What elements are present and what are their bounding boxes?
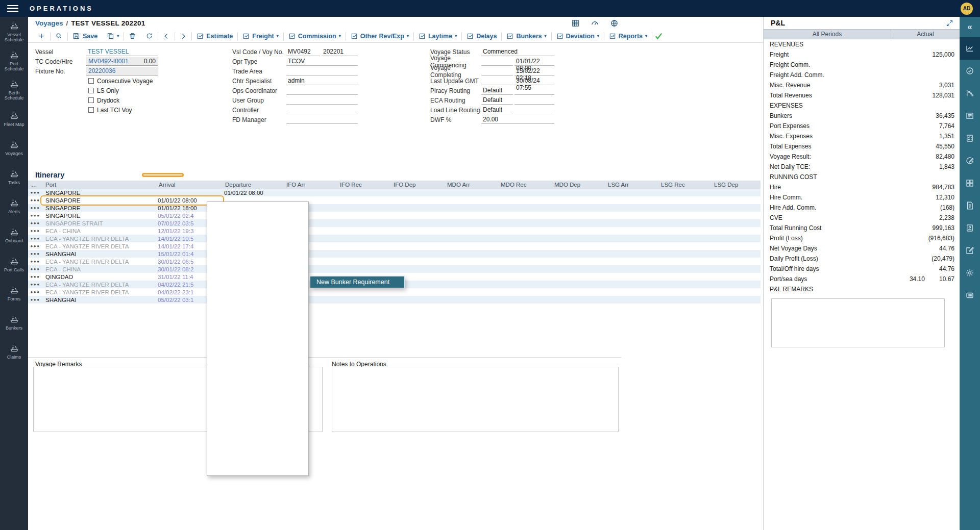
context-menu-item[interactable]: [207, 249, 308, 260]
context-menu-item[interactable]: [207, 361, 308, 372]
tc-hire-field[interactable]: 0.00: [136, 57, 158, 66]
refresh-button[interactable]: [141, 32, 158, 40]
itinerary-row[interactable]: ●●● SHANGHAI 05/02/22 03:1: [28, 296, 761, 304]
checklist-icon[interactable]: [960, 127, 980, 149]
field-value[interactable]: Default: [481, 96, 513, 105]
itinerary-heading[interactable]: Itinerary: [35, 171, 64, 179]
hamburger-menu-icon[interactable]: [7, 5, 18, 12]
grid-view-icon[interactable]: [571, 19, 580, 28]
col-mdo-arr[interactable]: MDO Arr: [444, 182, 498, 188]
prev-button[interactable]: [158, 33, 175, 40]
toolbar-menu-button[interactable]: Delays ▾: [462, 33, 501, 40]
field-value[interactable]: [481, 77, 513, 85]
document-icon[interactable]: [960, 194, 980, 217]
checkbox[interactable]: [88, 107, 94, 113]
field-value[interactable]: [286, 106, 358, 114]
field-value[interactable]: [514, 96, 554, 105]
itinerary-row[interactable]: ●●● ECA - YANGTZE RIVER DELTA 30/01/22 0…: [28, 258, 761, 265]
context-menu-item[interactable]: [207, 417, 308, 428]
col-lsg-rec[interactable]: LSG Rec: [658, 182, 711, 188]
toolbar-menu-button[interactable]: Bunkers ▾: [502, 33, 551, 40]
row-menu-icon[interactable]: ●●●: [28, 198, 42, 203]
field-value[interactable]: [286, 115, 358, 124]
context-menu-item[interactable]: [207, 294, 308, 305]
checkbox[interactable]: [88, 88, 94, 93]
row-menu-icon[interactable]: ●●●: [28, 236, 42, 241]
field-value[interactable]: Default: [481, 86, 513, 95]
itinerary-row[interactable]: ●●● SINGAPORE 05/01/22 02:4: [28, 212, 761, 219]
port-cell[interactable]: SINGAPORE STRAIT: [42, 220, 156, 226]
collapse-panel-icon[interactable]: «: [960, 17, 980, 37]
forms-grid-icon[interactable]: [960, 172, 980, 194]
context-menu-item[interactable]: [207, 260, 308, 271]
col-port[interactable]: Port: [42, 182, 156, 188]
col-departure[interactable]: Departure: [222, 182, 283, 188]
itinerary-row[interactable]: ●●● SINGAPORE 01/01/22 18:00: [28, 204, 761, 212]
field-value[interactable]: [286, 67, 358, 75]
row-menu-icon[interactable]: ●●●: [28, 206, 42, 210]
sidebar-item[interactable]: Forms: [0, 279, 28, 308]
col-ifo-arr[interactable]: IFO Arr: [283, 182, 337, 188]
compose-icon[interactable]: [960, 239, 980, 262]
add-button[interactable]: [33, 32, 50, 40]
tab-all-periods[interactable]: All Periods: [764, 30, 891, 39]
milestone-chart-icon[interactable]: [960, 82, 980, 105]
sidebar-item[interactable]: Fleet Map: [0, 104, 28, 133]
field-value[interactable]: TCOV: [286, 57, 358, 66]
context-menu-item[interactable]: [207, 384, 308, 395]
port-cell[interactable]: SINGAPORE: [42, 213, 156, 219]
checkbox[interactable]: [88, 97, 94, 103]
context-menu-item[interactable]: [207, 462, 308, 473]
context-menu-item[interactable]: [207, 226, 308, 238]
col-ifo-dep[interactable]: IFO Dep: [390, 182, 444, 188]
context-menu-item[interactable]: [207, 316, 308, 327]
checkbox[interactable]: [88, 78, 94, 84]
edit-circle-icon[interactable]: [960, 149, 980, 172]
globe-icon[interactable]: [610, 19, 619, 28]
col-arrival[interactable]: Arrival: [156, 182, 222, 188]
row-menu-icon[interactable]: ●●●: [28, 229, 42, 233]
field-value[interactable]: admin: [286, 77, 358, 85]
toolbar-menu-button[interactable]: Reports ▾: [604, 33, 652, 40]
context-menu-item[interactable]: [207, 440, 308, 451]
context-menu-item[interactable]: [207, 238, 308, 249]
itinerary-row[interactable]: ●●● SINGAPORE 01/01/22 08:00: [28, 196, 761, 204]
row-menu-icon[interactable]: ●●●: [28, 190, 42, 195]
user-avatar[interactable]: AD: [961, 3, 973, 15]
departure-cell[interactable]: 01/01/22 08:00: [222, 190, 283, 196]
port-cell[interactable]: SINGAPORE: [42, 205, 156, 211]
sidebar-item[interactable]: Onboard: [0, 220, 28, 249]
row-menu-icon[interactable]: ●●●: [28, 221, 42, 225]
pnl-remarks-textarea[interactable]: [771, 298, 945, 347]
row-menu-icon[interactable]: ●●●: [28, 297, 42, 302]
row-menu-icon[interactable]: ●●●: [28, 244, 42, 248]
port-cell[interactable]: ECA - YANGTZE RIVER DELTA: [42, 289, 156, 295]
context-menu-item[interactable]: [207, 350, 308, 361]
field-value[interactable]: [514, 86, 554, 95]
sidebar-item[interactable]: Tasks: [0, 162, 28, 191]
port-cell[interactable]: SHANGHAI: [42, 297, 156, 303]
row-menu-icon[interactable]: ●●●: [28, 251, 42, 256]
field-value[interactable]: 01/01/22 08:00: [514, 57, 554, 66]
context-menu-item[interactable]: [207, 271, 308, 283]
gauge-icon[interactable]: [591, 19, 599, 28]
save-button[interactable]: Save: [68, 32, 102, 40]
sidebar-item[interactable]: Alerts: [0, 191, 28, 220]
card-panel-icon[interactable]: [960, 105, 980, 127]
itinerary-row[interactable]: ●●● ECA - CHINA 30/01/22 08:2: [28, 265, 761, 273]
context-menu-item[interactable]: [207, 428, 308, 440]
context-menu-item[interactable]: [207, 395, 308, 406]
col-mdo-rec[interactable]: MDO Rec: [498, 182, 551, 188]
itinerary-row[interactable]: ●●● SINGAPORE 01/01/22 08:00: [28, 189, 761, 196]
context-menu-item[interactable]: [207, 451, 308, 462]
field-value[interactable]: [286, 86, 358, 95]
context-menu-item[interactable]: [207, 305, 308, 316]
id-card-icon[interactable]: [960, 217, 980, 239]
itinerary-row[interactable]: ●●● ECA - YANGTZE RIVER DELTA 14/01/22 1…: [28, 235, 761, 242]
row-menu-icon[interactable]: ●●●: [28, 290, 42, 294]
field-value[interactable]: 30/08/24 07:55: [514, 77, 554, 85]
field-value[interactable]: 20.00: [481, 115, 554, 124]
row-menu-icon[interactable]: ●●●: [28, 259, 42, 264]
field-value[interactable]: [481, 67, 513, 75]
field-value[interactable]: Default: [481, 106, 513, 114]
